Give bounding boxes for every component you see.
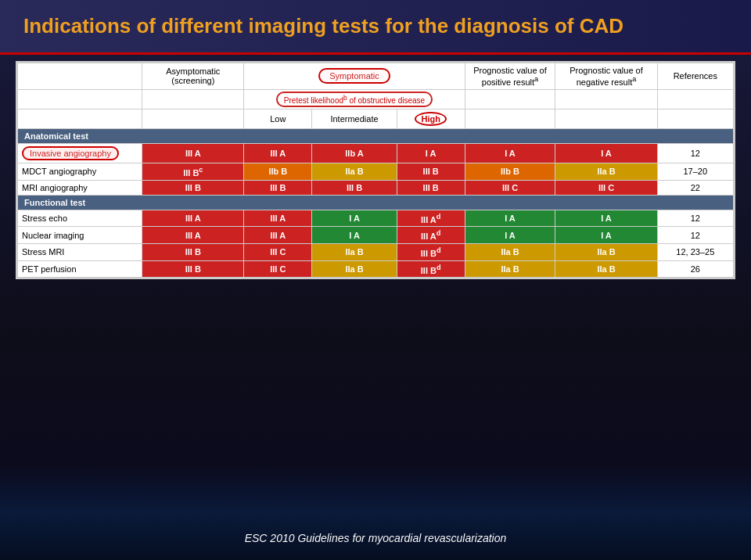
data-cell: IIa B: [555, 163, 657, 180]
data-cell: III A: [244, 227, 312, 244]
header-high: High: [397, 109, 465, 128]
table-row: Nuclear imagingIII AIII AI AIII AdI AI A…: [18, 227, 734, 244]
title-area: Indications of different imaging tests f…: [0, 0, 751, 55]
header-prog-pos: Prognostic value of positive resulta: [465, 63, 555, 90]
reference-cell: 26: [657, 260, 733, 278]
table-row: MRI angiographyIII BIII BIII BIII BIII C…: [18, 180, 734, 195]
table-row: MDCT angiographyIII BcIIb BIIa BIII BIIb…: [18, 163, 734, 180]
data-cell: III A: [244, 143, 312, 163]
data-table: Asymptomatic (screening) Symptomatic Pro…: [17, 63, 734, 278]
header-references: References: [657, 63, 733, 90]
data-cell: III C: [465, 180, 555, 195]
high-label: High: [415, 112, 446, 126]
data-cell: IIb A: [312, 143, 397, 163]
data-cell: III Ad: [397, 227, 465, 244]
data-cell: III Bd: [397, 243, 465, 260]
header-asymptomatic: Asymptomatic (screening): [142, 63, 244, 90]
data-cell: I A: [465, 210, 555, 227]
data-cell: IIb B: [244, 163, 312, 180]
header-prog-neg: Prognostic value of negative resulta: [555, 63, 657, 90]
header-row-1: Asymptomatic (screening) Symptomatic Pro…: [18, 63, 734, 90]
bottom-gradient: [0, 466, 751, 560]
test-name-cell: Stress MRI: [18, 243, 142, 260]
data-cell: I A: [555, 227, 657, 244]
symptomatic-label: Symptomatic: [318, 68, 390, 84]
data-cell: I A: [555, 210, 657, 227]
data-cell: III A: [142, 227, 244, 244]
data-cell: III Bc: [142, 163, 244, 180]
section-header-cell: Functional test: [18, 195, 734, 210]
test-name-cell: MRI angiography: [18, 180, 142, 195]
table-row: Invasive angiographyIII AIII AIIb AI AI …: [18, 143, 734, 163]
test-name-cell: PET perfusion: [18, 260, 142, 278]
main-table-container: Asymptomatic (screening) Symptomatic Pro…: [16, 61, 735, 279]
reference-cell: 22: [657, 180, 733, 195]
header-test: [18, 63, 142, 90]
test-name-cell: MDCT angiography: [18, 163, 142, 180]
data-cell: IIb B: [465, 163, 555, 180]
data-cell: III A: [142, 210, 244, 227]
data-cell: III Ad: [397, 210, 465, 227]
test-name-cell: Nuclear imaging: [18, 227, 142, 244]
header-row-likelihood: Low Intermediate High: [18, 109, 734, 128]
pretest-label: Pretest likelihoodb of obstructive disea…: [276, 92, 433, 107]
reference-cell: 17–20: [657, 163, 733, 180]
reference-cell: 12: [657, 210, 733, 227]
table-row: Stress MRIIII BIII CIIa BIII BdIIa BIIa …: [18, 243, 734, 260]
data-cell: I A: [312, 210, 397, 227]
data-cell: III B: [244, 180, 312, 195]
data-cell: III C: [244, 260, 312, 278]
data-cell: IIa B: [555, 243, 657, 260]
pretest-row: Pretest likelihoodb of obstructive disea…: [18, 89, 734, 109]
table-row: Stress echoIII AIII AI AIII AdI AI A12: [18, 210, 734, 227]
data-cell: III B: [142, 260, 244, 278]
pretest-cell: Pretest likelihoodb of obstructive disea…: [244, 89, 465, 109]
data-cell: I A: [465, 227, 555, 244]
data-cell: III C: [244, 243, 312, 260]
section-header-row: Anatomical test: [18, 128, 734, 143]
header-intermediate: Intermediate: [312, 109, 397, 128]
footer: ESC 2010 Guidelines for myocardial revas…: [0, 532, 751, 544]
data-cell: IIa B: [312, 163, 397, 180]
data-cell: I A: [397, 143, 465, 163]
slide-background: Indications of different imaging tests f…: [0, 0, 751, 560]
data-cell: I A: [312, 227, 397, 244]
data-cell: I A: [555, 143, 657, 163]
data-cell: IIa B: [312, 260, 397, 278]
table-body: Anatomical testInvasive angiographyIII A…: [18, 128, 734, 277]
data-cell: IIa B: [312, 243, 397, 260]
reference-cell: 12, 23–25: [657, 243, 733, 260]
slide-title: Indications of different imaging tests f…: [23, 14, 623, 38]
data-cell: III B: [397, 180, 465, 195]
data-cell: I A: [465, 143, 555, 163]
prog-pos-text: Prognostic value of positive resulta: [473, 66, 547, 87]
data-cell: III C: [555, 180, 657, 195]
header-low: Low: [244, 109, 312, 128]
test-name-cell: Invasive angiography: [18, 143, 142, 163]
data-cell: III B: [312, 180, 397, 195]
data-cell: IIa B: [465, 260, 555, 278]
data-cell: III B: [142, 180, 244, 195]
data-cell: III Bd: [397, 260, 465, 278]
section-header-cell: Anatomical test: [18, 128, 734, 143]
table-row: PET perfusionIII BIII CIIa BIII BdIIa BI…: [18, 260, 734, 278]
reference-cell: 12: [657, 143, 733, 163]
data-cell: IIa B: [555, 260, 657, 278]
reference-cell: 12: [657, 227, 733, 244]
data-cell: III A: [142, 143, 244, 163]
test-name-cell: Stress echo: [18, 210, 142, 227]
test-name-circled: Invasive angiography: [22, 146, 119, 160]
data-cell: III A: [244, 210, 312, 227]
data-cell: III B: [397, 163, 465, 180]
header-symptomatic: Symptomatic: [244, 63, 465, 90]
data-cell: IIa B: [465, 243, 555, 260]
data-cell: III B: [142, 243, 244, 260]
section-header-row: Functional test: [18, 195, 734, 210]
